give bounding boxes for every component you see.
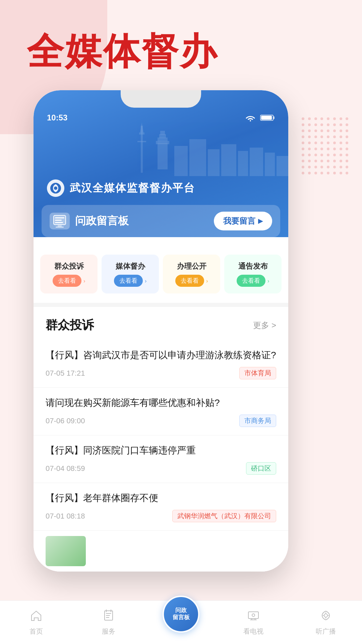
service-svg [102,609,115,622]
nav-label-service: 服务 [102,627,115,636]
complaint-date-3: 07-04 08:59 [46,464,85,473]
message-board-text: 问政留言板 [75,214,129,228]
complaint-item-3[interactable]: 【行风】同济医院门口车辆违停严重 07-04 08:59 硚口区 [34,435,288,483]
svg-rect-27 [56,227,64,227]
category-public[interactable]: 办理公开 去看看 › [163,255,220,293]
battery-icon [260,114,275,121]
svg-rect-13 [189,139,206,176]
category-notice-title: 通告发布 [230,261,276,271]
svg-point-31 [324,614,327,617]
complaint-item-1[interactable]: 【行风】咨询武汉市是否可以申请办理游泳教练资格证? 07-05 17:21 市体… [34,340,288,388]
category-complaints-btn[interactable]: 去看看 [53,275,81,287]
category-notice-btn[interactable]: 去看看 [237,275,265,287]
svg-rect-15 [221,144,236,176]
complaints-more-btn[interactable]: 更多 > [253,320,276,331]
leave-message-button[interactable]: 我要留言 [214,212,272,230]
svg-rect-16 [238,151,248,176]
svg-rect-1 [273,116,275,119]
bg-dots-right [298,114,352,181]
svg-rect-2 [261,116,272,120]
message-board-icon [50,213,70,229]
svg-rect-14 [208,149,220,176]
phone-notch [121,90,201,108]
complaint-meta-2: 07-06 09:00 市商务局 [46,415,276,427]
nav-item-tv[interactable]: 看电视 [217,609,290,636]
nav-item-home[interactable]: 首页 [0,609,72,636]
nav-center-text: 问政留言板 [173,607,190,621]
category-media-title: 媒体督办 [107,261,154,271]
complaint-tag-1: 市体育局 [239,367,276,379]
message-board-banner[interactable]: 问政留言板 我要留言 [42,205,280,237]
svg-rect-18 [265,153,275,176]
complaint-tag-2: 市商务局 [239,415,276,427]
nav-item-center[interactable]: 问政留言板 [145,612,217,633]
status-bar: 10:53 [34,108,288,122]
svg-rect-17 [250,148,263,176]
svg-rect-24 [55,220,62,221]
complaint-title-1: 【行风】咨询武汉市是否可以申请办理游泳教练资格证? [46,348,276,362]
category-public-title: 办理公开 [168,261,215,271]
category-notice[interactable]: 通告发布 去看看 › [224,255,282,293]
complaint-date-4: 07-01 08:18 [46,512,85,521]
svg-rect-19 [277,156,288,176]
complaint-item-4[interactable]: 【行风】老年群体圈存不便 07-01 08:18 武钢华润燃气（武汉）有限公司 [34,483,288,531]
complaints-area: 群众投诉 更多 > 【行风】咨询武汉市是否可以申请办理游泳教练资格证? 07-0… [34,303,288,572]
home-svg [30,609,43,622]
complaint-tag-4: 武钢华润燃气（武汉）有限公司 [172,510,276,522]
svg-point-30 [252,614,255,616]
board-svg-icon [52,215,67,227]
nav-center-circle[interactable]: 问政留言板 [163,596,199,633]
category-public-btn[interactable]: 去看看 [175,275,204,287]
app-brand-text: 武汉全媒体监督督办平台 [70,181,195,196]
svg-rect-5 [139,132,144,135]
svg-rect-7 [158,143,168,169]
complaint-date-1: 07-05 17:21 [46,369,85,378]
category-complaints[interactable]: 群众投诉 去看看 › [40,255,98,293]
complaint-date-2: 07-06 09:00 [46,417,85,425]
phone-header: 10:53 [34,90,288,237]
svg-rect-6 [137,141,146,142]
skyline-area [34,122,288,176]
status-bar-right [245,114,275,121]
complaint-title-3: 【行风】同济医院门口车辆违停严重 [46,443,276,458]
status-time: 10:53 [47,113,67,122]
nav-item-service[interactable]: 服务 [72,609,145,636]
nav-label-radio: 听广播 [316,627,336,636]
svg-rect-29 [248,612,258,619]
app-brand: 武汉全媒体监督督办平台 [34,176,288,205]
complaint-meta-1: 07-05 17:21 市体育局 [46,367,276,379]
complaints-section-header: 群众投诉 更多 > [34,303,288,340]
complaint-item-2[interactable]: 请问现在购买新能源车有哪些优惠和补贴? 07-06 09:00 市商务局 [34,388,288,435]
app-logo [47,179,64,197]
complaints-section-title: 群众投诉 [46,317,94,333]
svg-rect-25 [55,222,63,223]
logo-icon [50,182,62,194]
svg-point-21 [54,186,57,190]
complaint-tag-3: 硚口区 [246,462,276,475]
skyline-svg [121,122,288,176]
svg-rect-12 [174,146,188,176]
wifi-icon [245,114,256,121]
tv-icon [247,609,260,625]
radio-icon [319,609,332,625]
category-media[interactable]: 媒体督办 去看看 › [102,255,159,293]
complaint-title-2: 请问现在购买新能源车有哪些优惠和补贴? [46,396,276,410]
tv-svg [247,609,260,622]
nav-label-tv: 看电视 [243,627,263,636]
home-icon [30,609,43,625]
phone-mockup: 10:53 [34,90,288,572]
complaint-meta-3: 07-04 08:59 硚口区 [46,462,276,475]
radio-svg [319,609,332,622]
bottom-navigation: 首页 服务 问政留言板 看电视 [0,600,362,644]
nav-label-home: 首页 [29,627,43,636]
category-complaints-title: 群众投诉 [46,261,92,271]
category-media-btn[interactable]: 去看看 [114,275,143,287]
service-icon [102,609,115,625]
complaint-meta-4: 07-01 08:18 武钢华润燃气（武汉）有限公司 [46,510,276,522]
page-title: 全媒体督办 [0,0,362,90]
nav-item-radio[interactable]: 听广播 [290,609,362,636]
thumbnail-1 [46,536,86,566]
complaint-title-4: 【行风】老年群体圈存不便 [46,491,276,505]
svg-marker-4 [140,122,143,132]
svg-rect-23 [55,217,64,218]
